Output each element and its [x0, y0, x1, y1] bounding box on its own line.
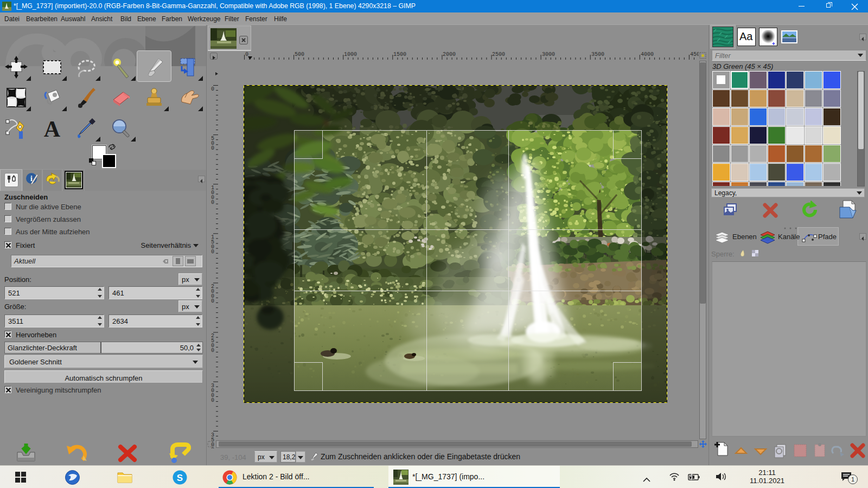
svg-text:1500: 1500	[393, 52, 406, 57]
svg-text:1500: 1500	[211, 234, 214, 255]
svg-text:0: 0	[245, 52, 248, 57]
svg-text:1000: 1000	[344, 52, 357, 57]
svg-text:500: 500	[295, 52, 304, 57]
svg-text:1000: 1000	[211, 185, 214, 206]
svg-text:0: 0	[211, 86, 214, 92]
svg-text:S: S	[177, 473, 183, 483]
svg-text:2500: 2500	[492, 52, 505, 57]
svg-text:2000: 2000	[443, 52, 456, 57]
svg-text:A: A	[44, 117, 61, 140]
svg-text:3000: 3000	[542, 52, 555, 57]
svg-text:4000: 4000	[641, 52, 654, 57]
svg-text:2500: 2500	[211, 333, 214, 354]
svg-text:2000: 2000	[211, 284, 214, 304]
svg-text:3500: 3500	[591, 52, 604, 57]
svg-text:3000: 3000	[211, 383, 214, 403]
svg-text:500: 500	[211, 136, 214, 151]
